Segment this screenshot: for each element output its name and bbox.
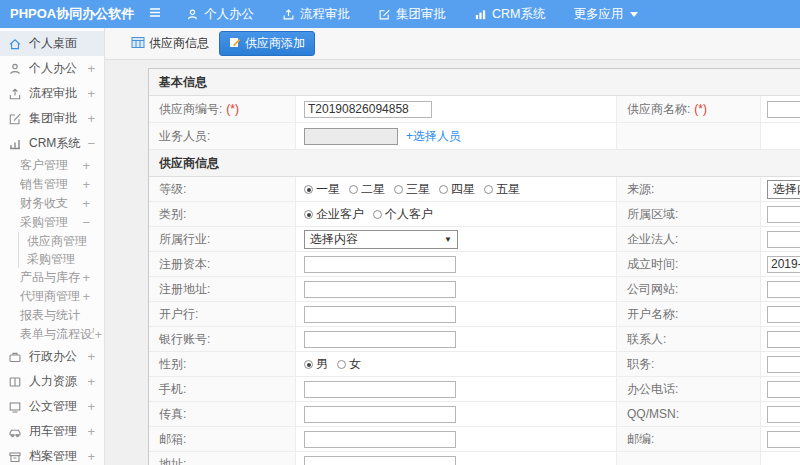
sidebar-item-vehicle-mgmt[interactable]: 用车管理 + <box>0 419 104 444</box>
field-label: 类别: <box>149 202 296 226</box>
car-icon <box>8 425 23 439</box>
radio-female[interactable]: 女 <box>337 356 361 373</box>
industry-select[interactable]: 选择内容▼ <box>304 230 458 249</box>
edit-icon <box>378 8 391 21</box>
sidebar-item-human-resources[interactable]: 人力资源 + <box>0 369 104 394</box>
expand-indicator: + <box>82 158 104 173</box>
radio-two-star[interactable]: 二星 <box>349 181 385 198</box>
book-icon <box>8 375 23 389</box>
position-input[interactable] <box>767 356 800 373</box>
sidebar-item-label: 人力资源 <box>29 373 87 390</box>
sidebar-item-label: 产品与库存 <box>20 269 82 286</box>
bar-chart-icon <box>474 8 487 21</box>
sidebar-item-reports-statistics[interactable]: 报表与统计 <box>0 306 104 325</box>
sidebar-item-label: 档案管理 <box>29 448 87 465</box>
radio-icon <box>304 210 313 219</box>
sidebar-item-finance[interactable]: 财务收支 + <box>0 194 104 213</box>
nav-personal-office[interactable]: 个人办公 <box>186 6 254 23</box>
radio-one-star[interactable]: 一星 <box>304 181 340 198</box>
sidebar-item-purchasing[interactable]: 采购管理 <box>18 250 104 268</box>
field-label: QQ/MSN: <box>616 402 761 426</box>
expand-indicator: − <box>87 136 104 151</box>
field-label: 企业法人: <box>616 227 761 251</box>
mobile-input[interactable] <box>304 381 456 398</box>
nav-crm-system[interactable]: CRM系统 <box>474 6 545 23</box>
sidebar-item-sales-mgmt[interactable]: 销售管理 + <box>0 175 104 194</box>
choose-person-link[interactable]: +选择人员 <box>406 128 461 145</box>
bank-input[interactable] <box>304 306 456 323</box>
radio-icon <box>337 360 346 369</box>
category-radio-group: 企业客户 个人客户 <box>296 202 616 226</box>
menu-toggle-button[interactable] <box>148 6 162 22</box>
radio-icon <box>394 185 403 194</box>
established-date-input[interactable] <box>767 256 800 273</box>
sidebar-item-workflow-approval[interactable]: 流程审批 + <box>0 81 104 106</box>
radio-icon <box>484 185 493 194</box>
sidebar-item-crm-system[interactable]: CRM系统 − <box>0 131 104 156</box>
source-select[interactable]: 选择内容▼ <box>767 180 800 199</box>
company-website-input[interactable] <box>767 281 800 298</box>
email-input[interactable] <box>304 431 456 448</box>
radio-five-star[interactable]: 五星 <box>484 181 520 198</box>
supplier-code-input[interactable] <box>304 101 432 118</box>
bank-account-input[interactable] <box>304 331 456 348</box>
field-label: 邮编: <box>616 427 761 451</box>
contact-person-input[interactable] <box>767 331 800 348</box>
sidebar-item-group-approval[interactable]: 集团审批 + <box>0 106 104 131</box>
form-row: 供应商编号:(*) 供应商名称:(*) <box>149 96 800 123</box>
fax-input[interactable] <box>304 406 456 423</box>
radio-enterprise-customer[interactable]: 企业客户 <box>304 206 364 223</box>
radio-four-star[interactable]: 四星 <box>439 181 475 198</box>
person-icon <box>186 8 199 21</box>
account-name-input[interactable] <box>767 306 800 323</box>
sidebar-item-label: 采购管理 <box>20 214 82 231</box>
radio-male[interactable]: 男 <box>304 356 328 373</box>
expand-indicator: + <box>87 449 104 464</box>
briefcase-icon <box>8 350 23 364</box>
supplier-name-input[interactable] <box>767 101 800 118</box>
sidebar-item-admin-office[interactable]: 行政办公 + <box>0 344 104 369</box>
postcode-input[interactable] <box>767 431 800 448</box>
nav-label: 个人办公 <box>204 6 254 23</box>
sidebar-item-product-inventory[interactable]: 产品与库存 + <box>0 268 104 287</box>
registered-capital-input[interactable] <box>304 256 456 273</box>
field-label: 职务: <box>616 352 761 376</box>
sidebar-item-archive-mgmt[interactable]: 档案管理 + <box>0 444 104 465</box>
tab-label: 供应商添加 <box>245 35 305 52</box>
sidebar-item-document-mgmt[interactable]: 公文管理 + <box>0 394 104 419</box>
form-row: 传真: QQ/MSN: <box>149 402 800 427</box>
sidebar-item-label: 表单与流程设置 <box>20 326 94 343</box>
sidebar-item-supplier-mgmt[interactable]: 供应商管理 <box>18 232 104 250</box>
sidebar-item-label: 个人办公 <box>29 60 87 77</box>
qq-msn-input[interactable] <box>767 406 800 423</box>
nav-label: 更多应用 <box>573 6 623 23</box>
registered-address-input[interactable] <box>304 281 456 298</box>
sidebar-item-personal-office[interactable]: 个人办公 + <box>0 56 104 81</box>
business-person-input[interactable] <box>304 128 398 145</box>
tab-supplier-add[interactable]: 供应商添加 <box>219 31 315 56</box>
sidebar-item-purchase-mgmt[interactable]: 采购管理 − <box>0 213 104 232</box>
nav-group-approval[interactable]: 集团审批 <box>378 6 446 23</box>
sidebar-item-customer-mgmt[interactable]: 客户管理 + <box>0 156 104 175</box>
sidebar-item-agent-mgmt[interactable]: 代理商管理 + <box>0 287 104 306</box>
nav-more-apps[interactable]: 更多应用 <box>573 6 638 23</box>
sidebar-item-form-workflow-settings[interactable]: 表单与流程设置 + <box>0 325 104 344</box>
required-mark: (*) <box>694 102 707 116</box>
nav-label: CRM系统 <box>492 6 545 23</box>
office-phone-input[interactable] <box>767 381 800 398</box>
radio-three-star[interactable]: 三星 <box>394 181 430 198</box>
legal-person-input[interactable] <box>767 231 800 248</box>
tab-supplier-info[interactable]: 供应商信息 <box>131 35 209 52</box>
field-label: 公司网站: <box>616 277 761 301</box>
tab-label: 供应商信息 <box>149 35 209 52</box>
radio-individual-customer[interactable]: 个人客户 <box>373 206 433 223</box>
expand-indicator: + <box>82 177 104 192</box>
radio-icon <box>373 210 382 219</box>
supplier-form: 基本信息 供应商编号:(*) 供应商名称:(*) <box>148 68 800 465</box>
address-input[interactable] <box>304 456 456 465</box>
field-label: 邮箱: <box>149 427 296 451</box>
section-title-basic-info: 基本信息 <box>149 69 800 96</box>
region-input[interactable] <box>767 206 800 223</box>
nav-workflow-approval[interactable]: 流程审批 <box>282 6 350 23</box>
sidebar-item-personal-desktop[interactable]: 个人桌面 <box>0 31 104 56</box>
